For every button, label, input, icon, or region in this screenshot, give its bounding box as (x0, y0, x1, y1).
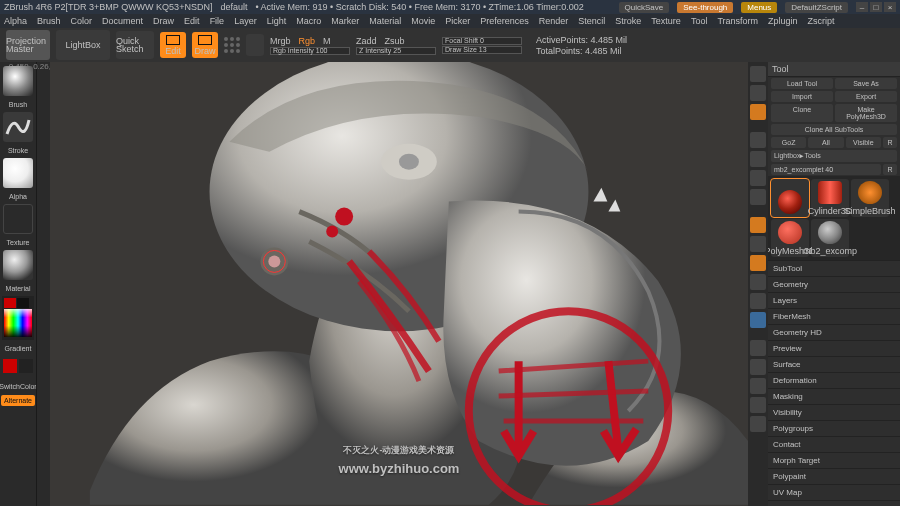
edit-mode-button[interactable]: Edit (160, 32, 186, 58)
render-button[interactable] (750, 85, 766, 101)
section-polygroups[interactable]: Polygroups (768, 420, 900, 436)
menu-edit[interactable]: Edit (184, 16, 200, 26)
save-as-button[interactable]: Save As (835, 78, 897, 89)
section-texture-map[interactable]: Texture Map (768, 500, 900, 506)
import-button[interactable]: Import (771, 91, 833, 102)
draw-size-slider[interactable]: Draw Size 13 (442, 46, 522, 54)
tool-r-button[interactable]: R (883, 164, 897, 175)
close-button[interactable]: × (884, 2, 896, 12)
section-layers[interactable]: Layers (768, 292, 900, 308)
menu-picker[interactable]: Picker (445, 16, 470, 26)
menu-zplugin[interactable]: Zplugin (768, 16, 798, 26)
alpha-picker[interactable] (3, 158, 33, 188)
viewport-canvas[interactable]: 不灭之火-动漫游戏美术资源 www.byzhihuo.com (50, 62, 748, 506)
section-subtool[interactable]: SubTool (768, 260, 900, 276)
menu-color[interactable]: Color (71, 16, 93, 26)
texture-picker[interactable] (3, 204, 33, 234)
color-picker[interactable] (2, 296, 34, 340)
section-contact[interactable]: Contact (768, 436, 900, 452)
menu-file[interactable]: File (210, 16, 225, 26)
section-geometry-hd[interactable]: Geometry HD (768, 324, 900, 340)
menu-light[interactable]: Light (267, 16, 287, 26)
menu-brush[interactable]: Brush (37, 16, 61, 26)
frame-button[interactable] (750, 217, 766, 233)
quicksave-button[interactable]: QuickSave (619, 2, 670, 13)
main-color-swatch[interactable] (3, 359, 17, 373)
goz-r-button[interactable]: R (883, 137, 897, 148)
brush-picker[interactable] (3, 66, 33, 96)
menus-toggle[interactable]: Menus (741, 2, 777, 13)
lightbox-tools-button[interactable]: Lightbox▸Tools (771, 150, 897, 162)
zscript-label[interactable]: DefaultZScript (785, 2, 848, 13)
zsub-button[interactable]: Zsub (385, 36, 405, 46)
rgb-intensity-slider[interactable]: Rgb Intensity 100 (270, 47, 350, 55)
menu-layer[interactable]: Layer (234, 16, 257, 26)
menu-stencil[interactable]: Stencil (578, 16, 605, 26)
section-uv-map[interactable]: UV Map (768, 484, 900, 500)
m-button[interactable]: M (323, 36, 331, 46)
switchcolor-button[interactable]: SwitchColor (0, 383, 37, 390)
ghost-button[interactable] (750, 416, 766, 432)
section-morph-target[interactable]: Morph Target (768, 452, 900, 468)
tool-panel-header[interactable]: Tool (768, 62, 900, 77)
section-visibility[interactable]: Visibility (768, 404, 900, 420)
transp-button[interactable] (750, 397, 766, 413)
menu-alpha[interactable]: Alpha (4, 16, 27, 26)
gizmo-grid[interactable] (224, 37, 240, 53)
export-button[interactable]: Export (835, 91, 897, 102)
section-fibermesh[interactable]: FiberMesh (768, 308, 900, 324)
menu-stroke[interactable]: Stroke (615, 16, 641, 26)
goz-visible-button[interactable]: Visible (846, 137, 881, 148)
tool-thumb[interactable]: SimpleBrush (851, 179, 889, 217)
scale-nav-button[interactable] (750, 274, 766, 290)
menu-render[interactable]: Render (539, 16, 569, 26)
solo-button[interactable] (750, 359, 766, 375)
xray-button[interactable] (750, 378, 766, 394)
zadd-button[interactable]: Zadd (356, 36, 377, 46)
tool-thumb[interactable]: mb2_excomp (811, 219, 849, 257)
minimize-button[interactable]: – (856, 2, 868, 12)
tool-thumb[interactable]: Cylinder3D (811, 179, 849, 217)
rotate-nav-button[interactable] (750, 293, 766, 309)
maximize-button[interactable]: □ (870, 2, 882, 12)
alternate-button[interactable]: Alternate (1, 395, 35, 406)
goz-all-button[interactable]: All (808, 137, 843, 148)
menu-document[interactable]: Document (102, 16, 143, 26)
left-divider[interactable] (36, 62, 50, 506)
stroke-picker[interactable] (3, 112, 33, 142)
persp-button[interactable] (750, 132, 766, 148)
make-polymesh-button[interactable]: Make PolyMesh3D (835, 104, 897, 122)
current-tool-name[interactable]: mb2_excomplet 40 (771, 164, 881, 175)
clone-button[interactable]: Clone (771, 104, 833, 122)
z-intensity-slider[interactable]: Z Intensity 25 (356, 47, 436, 55)
quicksketch-button[interactable]: Quick Sketch (116, 31, 154, 59)
sframe-button[interactable] (750, 104, 766, 120)
focal-shift-slider[interactable]: Focal Shift 0 (442, 37, 522, 45)
menu-tool[interactable]: Tool (691, 16, 708, 26)
zoom-nav-button[interactable] (750, 312, 766, 328)
clone-all-button[interactable]: Clone All SubTools (771, 124, 897, 135)
material-picker[interactable] (3, 250, 33, 280)
section-masking[interactable]: Masking (768, 388, 900, 404)
lsym-button[interactable] (750, 189, 766, 205)
pf-button[interactable] (750, 340, 766, 356)
section-polypaint[interactable]: Polypaint (768, 468, 900, 484)
rgb-button[interactable]: Rgb (299, 36, 316, 46)
menu-zscript[interactable]: Zscript (808, 16, 835, 26)
lightbox-button[interactable]: LightBox (56, 30, 110, 60)
section-preview[interactable]: Preview (768, 340, 900, 356)
projection-master-button[interactable]: Projection Master (6, 30, 50, 60)
menu-texture[interactable]: Texture (651, 16, 681, 26)
activity-icon[interactable] (246, 34, 264, 56)
seethrough-slider[interactable]: See-through (677, 2, 733, 13)
menu-preferences[interactable]: Preferences (480, 16, 529, 26)
menu-draw[interactable]: Draw (153, 16, 174, 26)
menu-material[interactable]: Material (369, 16, 401, 26)
local-button[interactable] (750, 170, 766, 186)
section-geometry[interactable]: Geometry (768, 276, 900, 292)
floor-button[interactable] (750, 151, 766, 167)
secondary-color-swatch[interactable] (19, 359, 33, 373)
move-nav-button[interactable] (750, 255, 766, 271)
section-surface[interactable]: Surface (768, 356, 900, 372)
load-tool-button[interactable]: Load Tool (771, 78, 833, 89)
